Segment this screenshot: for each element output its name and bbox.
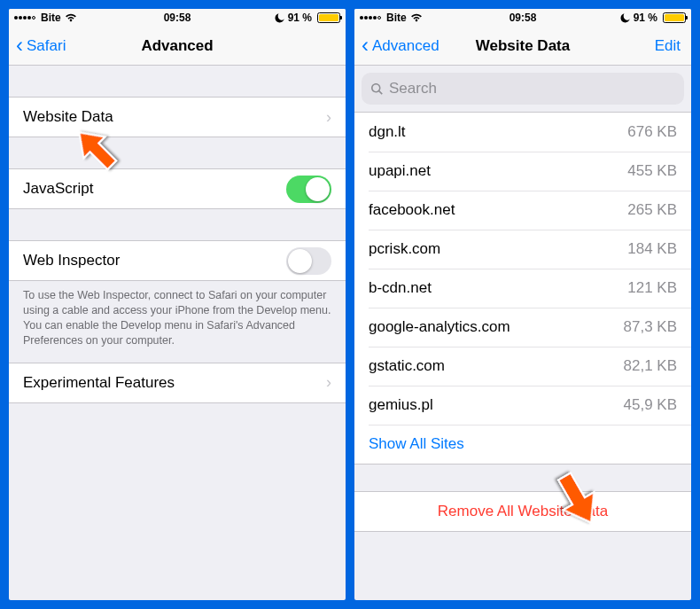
- site-row[interactable]: gemius.pl45,9 KB: [354, 386, 691, 425]
- signal-strength-icon: [14, 16, 35, 20]
- back-label: Safari: [27, 37, 66, 55]
- site-host: pcrisk.com: [369, 240, 440, 258]
- carrier-label: Bite: [386, 12, 407, 24]
- chevron-left-icon: ‹: [16, 35, 23, 56]
- experimental-features-row[interactable]: Experimental Features ›: [9, 363, 346, 402]
- site-host: google-analytics.com: [369, 318, 510, 336]
- site-size: 184 KB: [627, 240, 677, 258]
- website-data-row[interactable]: Website Data ›: [9, 98, 346, 137]
- site-host: gstatic.com: [369, 357, 445, 375]
- show-all-sites-button[interactable]: Show All Sites: [354, 425, 691, 464]
- site-size: 455 KB: [627, 162, 677, 180]
- javascript-row: JavaScript: [9, 169, 346, 208]
- website-data-label: Website Data: [23, 108, 113, 126]
- status-bar: Bite 09:58 91 %: [354, 9, 691, 27]
- site-host: dgn.lt: [369, 123, 406, 141]
- do-not-disturb-icon: [275, 13, 284, 23]
- site-row[interactable]: upapi.net455 KB: [354, 152, 691, 191]
- do-not-disturb-icon: [620, 13, 630, 23]
- battery-percent: 91 %: [634, 12, 657, 24]
- status-left: Bite: [360, 12, 423, 24]
- nav-bar: ‹ Safari Advanced: [9, 27, 346, 66]
- screen-website-data: Bite 09:58 91 % ‹ Advanced Website Data …: [354, 9, 691, 600]
- page-title: Advanced: [141, 37, 213, 55]
- web-inspector-label: Web Inspector: [23, 252, 120, 269]
- sites-list: dgn.lt676 KBupapi.net455 KBfacebook.net2…: [354, 112, 691, 465]
- chevron-right-icon: ›: [326, 373, 331, 392]
- status-left: Bite: [14, 12, 77, 24]
- site-row[interactable]: pcrisk.com184 KB: [354, 230, 691, 269]
- web-inspector-note: To use the Web Inspector, connect to Saf…: [9, 281, 346, 363]
- site-host: upapi.net: [369, 162, 431, 180]
- search-icon: [370, 82, 384, 96]
- back-button[interactable]: ‹ Safari: [16, 27, 66, 65]
- site-size: 676 KB: [627, 123, 677, 141]
- chevron-right-icon: ›: [326, 108, 331, 127]
- wifi-icon: [65, 13, 77, 22]
- battery-percent: 91 %: [288, 12, 312, 24]
- site-row[interactable]: dgn.lt676 KB: [354, 113, 691, 152]
- site-host: facebook.net: [369, 201, 455, 219]
- site-size: 265 KB: [627, 201, 677, 219]
- battery-icon: [317, 12, 340, 23]
- wifi-icon: [410, 13, 423, 22]
- status-bar: Bite 09:58 91 %: [9, 9, 346, 27]
- site-row[interactable]: google-analytics.com87,3 KB: [354, 308, 691, 347]
- status-right: 91 %: [620, 12, 686, 24]
- carrier-label: Bite: [41, 12, 61, 24]
- site-row[interactable]: b-cdn.net121 KB: [354, 269, 691, 308]
- web-inspector-toggle[interactable]: [286, 247, 331, 275]
- battery-icon: [663, 12, 686, 23]
- search-input[interactable]: Search: [362, 73, 684, 105]
- site-size: 121 KB: [627, 279, 677, 297]
- site-host: b-cdn.net: [369, 279, 432, 297]
- screen-advanced: Bite 09:58 91 % ‹ Safari Advanced Websit…: [9, 9, 346, 600]
- site-row[interactable]: gstatic.com82,1 KB: [354, 347, 691, 386]
- site-row[interactable]: facebook.net265 KB: [354, 191, 691, 230]
- back-label: Advanced: [372, 37, 439, 55]
- chevron-left-icon: ‹: [362, 35, 369, 56]
- page-title: Website Data: [476, 37, 570, 55]
- status-right: 91 %: [275, 12, 340, 24]
- nav-bar: ‹ Advanced Website Data Edit: [354, 27, 691, 66]
- web-inspector-row: Web Inspector: [9, 241, 346, 280]
- edit-button[interactable]: Edit: [655, 27, 681, 65]
- search-container: Search: [354, 66, 691, 112]
- signal-strength-icon: [360, 16, 381, 20]
- search-placeholder: Search: [389, 80, 437, 98]
- site-size: 45,9 KB: [624, 396, 678, 414]
- remove-all-website-data-button[interactable]: Remove All Website Data: [354, 492, 691, 531]
- back-button[interactable]: ‹ Advanced: [362, 27, 439, 65]
- site-size: 82,1 KB: [624, 357, 678, 375]
- javascript-toggle[interactable]: [286, 176, 331, 203]
- content: Website Data › JavaScript Web Inspector …: [9, 66, 346, 403]
- site-host: gemius.pl: [369, 396, 433, 414]
- experimental-label: Experimental Features: [23, 374, 175, 392]
- javascript-label: JavaScript: [23, 180, 93, 198]
- site-size: 87,3 KB: [624, 318, 678, 336]
